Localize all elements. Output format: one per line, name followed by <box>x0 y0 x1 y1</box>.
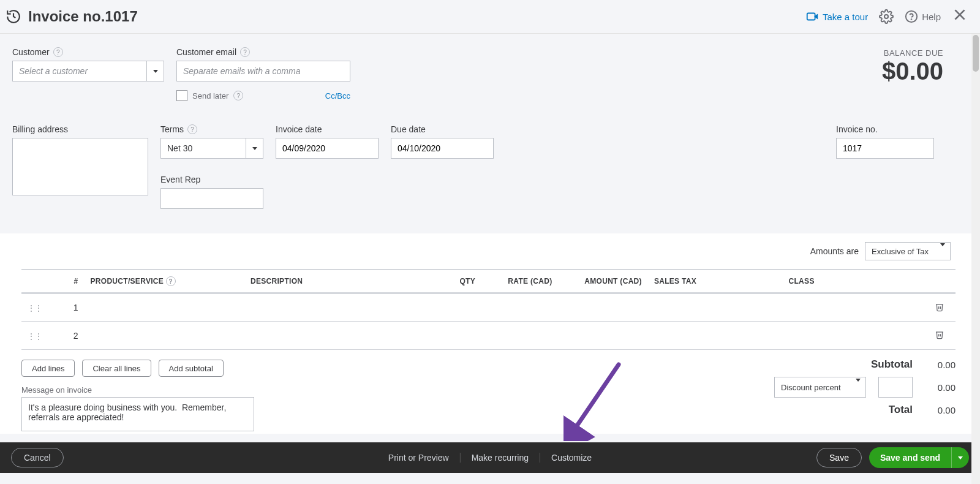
svg-point-3 <box>911 19 912 20</box>
event-rep-label: Event Rep <box>160 175 263 184</box>
save-button[interactable]: Save <box>816 448 862 467</box>
send-later-label: Send later <box>192 91 228 100</box>
drag-handle-icon[interactable]: ⋮⋮ <box>28 304 42 312</box>
trash-icon[interactable] <box>935 304 944 314</box>
billing-label: Billing address <box>12 124 148 134</box>
customer-select[interactable]: Select a customer <box>12 61 164 81</box>
balance-label: BALANCE DUE <box>882 48 943 58</box>
cancel-button[interactable]: Cancel <box>11 448 64 467</box>
scrollbar[interactable] <box>971 34 980 484</box>
event-rep-input[interactable] <box>160 188 263 209</box>
invoice-form-upper: Customer? Select a customer Customer ema… <box>0 34 980 233</box>
terms-label: Terms? <box>160 124 263 134</box>
row-number: 2 <box>50 322 84 350</box>
customize-link[interactable]: Customize <box>540 453 603 463</box>
help-icon <box>905 10 918 23</box>
col-class: CLASS <box>783 270 924 293</box>
save-send-dropdown[interactable] <box>951 447 969 468</box>
table-row[interactable]: ⋮⋮ 2 <box>21 322 956 350</box>
send-later-checkbox[interactable] <box>176 90 187 101</box>
customer-label: Customer? <box>12 47 164 57</box>
invoice-lines-section: Amounts are Exclusive of Tax # PRODUCT/S… <box>0 233 980 434</box>
help-label: Help <box>922 12 941 22</box>
customer-email-input[interactable] <box>176 61 350 81</box>
subtotal-label: Subtotal <box>871 358 913 371</box>
balance-amount: $0.00 <box>882 58 943 85</box>
take-tour-link[interactable]: Take a tour <box>805 10 868 23</box>
due-date-input[interactable] <box>391 138 494 159</box>
page-header: Invoice no.1017 Take a tour Help <box>0 0 980 34</box>
chevron-down-icon <box>935 246 950 256</box>
clear-lines-button[interactable]: Clear all lines <box>82 360 151 377</box>
amounts-are-label: Amounts are <box>810 246 859 256</box>
print-preview-link[interactable]: Print or Preview <box>377 453 461 463</box>
add-subtotal-button[interactable]: Add subtotal <box>159 360 224 377</box>
close-icon[interactable] <box>952 7 968 27</box>
total-value: 0.00 <box>925 405 956 415</box>
col-tax: SALES TAX <box>648 270 783 293</box>
help-circle-icon[interactable]: ? <box>240 47 250 57</box>
save-send-label: Save and send <box>869 453 951 463</box>
amounts-are-select[interactable]: Exclusive of Tax <box>865 242 951 260</box>
page-title: Invoice no.1017 <box>28 8 138 25</box>
gear-icon[interactable] <box>879 9 894 24</box>
tour-label: Take a tour <box>823 12 868 22</box>
help-button[interactable]: Help <box>905 10 941 23</box>
help-circle-icon[interactable]: ? <box>53 47 63 57</box>
invoice-no-input[interactable] <box>836 138 934 159</box>
discount-label: Discount percent <box>775 383 851 392</box>
chevron-down-icon <box>146 61 164 81</box>
table-row[interactable]: ⋮⋮ 1 <box>21 293 956 322</box>
save-send-button[interactable]: Save and send <box>869 447 969 468</box>
footer-bar: Cancel Print or Preview Make recurring C… <box>0 442 980 473</box>
col-rate: RATE (CAD) <box>481 270 559 293</box>
svg-rect-0 <box>807 13 815 20</box>
customer-placeholder: Select a customer <box>13 66 146 76</box>
help-circle-icon[interactable]: ? <box>166 276 176 286</box>
discount-input[interactable] <box>878 377 913 398</box>
message-label: Message on invoice <box>21 385 254 395</box>
tour-icon <box>805 10 819 23</box>
svg-point-1 <box>884 15 888 18</box>
discount-type-select[interactable]: Discount percent <box>774 377 866 398</box>
subtotal-value: 0.00 <box>925 360 956 370</box>
email-label: Customer email? <box>176 47 350 57</box>
history-icon[interactable] <box>5 8 22 25</box>
col-product: PRODUCT/SERVICE ? <box>84 270 244 293</box>
invoice-date-label: Invoice date <box>276 124 379 134</box>
trash-icon[interactable] <box>935 331 944 341</box>
chevron-down-icon <box>851 382 865 393</box>
balance-due: BALANCE DUE $0.00 <box>882 48 943 85</box>
line-items-table: # PRODUCT/SERVICE ? DESCRIPTION QTY RATE… <box>21 269 956 350</box>
make-recurring-link[interactable]: Make recurring <box>461 453 540 463</box>
amounts-are-value: Exclusive of Tax <box>865 247 935 256</box>
col-number: # <box>50 270 84 293</box>
drag-handle-icon[interactable]: ⋮⋮ <box>28 332 42 341</box>
col-description: DESCRIPTION <box>244 270 404 293</box>
add-lines-button[interactable]: Add lines <box>21 360 75 377</box>
billing-address-input[interactable] <box>12 138 148 195</box>
invoice-no-label: Invoice no. <box>836 124 934 134</box>
invoice-date-input[interactable] <box>276 138 379 159</box>
terms-value: Net 30 <box>161 143 246 153</box>
col-qty: QTY <box>404 270 481 293</box>
total-label: Total <box>889 404 913 416</box>
help-circle-icon[interactable]: ? <box>187 124 197 134</box>
discount-value: 0.00 <box>925 382 956 393</box>
terms-select[interactable]: Net 30 <box>160 138 263 159</box>
chevron-down-icon <box>246 138 263 158</box>
due-date-label: Due date <box>391 124 494 134</box>
col-amount: AMOUNT (CAD) <box>558 270 647 293</box>
message-input[interactable] <box>21 397 254 431</box>
help-circle-icon[interactable]: ? <box>233 91 243 100</box>
ccbcc-link[interactable]: Cc/Bcc <box>325 91 350 100</box>
row-number: 1 <box>50 293 84 322</box>
